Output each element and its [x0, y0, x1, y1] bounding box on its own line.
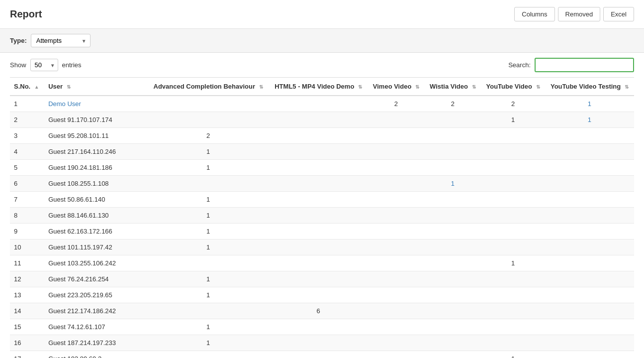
cell-html5 [269, 319, 368, 335]
cell-yt_testing [545, 224, 634, 239]
cell-html5 [269, 335, 368, 351]
cell-user: Guest 101.115.197.42 [44, 239, 147, 255]
cell-wistia [424, 112, 481, 128]
cell-wistia [424, 224, 481, 239]
cell-vimeo [368, 176, 424, 192]
entries-select-wrapper: 10 25 50 100 [30, 59, 58, 71]
cell-youtube [481, 287, 545, 303]
cell-vimeo [368, 271, 424, 287]
cell-yt_testing: 1 [545, 112, 634, 128]
search-input[interactable] [535, 58, 634, 72]
entries-select[interactable]: 10 25 50 100 [30, 59, 58, 71]
cell-yt_testing [545, 128, 634, 144]
cell-wistia [424, 208, 481, 224]
cell-html5 [269, 208, 368, 224]
cell-wistia [424, 271, 481, 287]
col-header-vimeo[interactable]: Vimeo Video ⇅ [368, 78, 424, 96]
header: Report Columns Removed Excel [0, 0, 644, 29]
col-header-youtube[interactable]: YouTube Video ⇅ [481, 78, 545, 96]
cell-vimeo [368, 144, 424, 160]
cell-html5 [269, 255, 368, 271]
cell-user: Guest 50.86.61.140 [44, 192, 147, 208]
cell-yt_testing [545, 160, 634, 176]
cell-user: Guest 62.163.172.166 [44, 224, 147, 239]
cell-vimeo [368, 335, 424, 351]
page-title: Report [10, 8, 42, 20]
cell-wistia [424, 335, 481, 351]
cell-acb: 2 [147, 128, 269, 144]
cell-acb: 1 [147, 239, 269, 255]
col-header-sno[interactable]: S.No. ▲ [10, 78, 44, 96]
cell-sno: 6 [10, 176, 44, 192]
cell-user: Guest 190.24.181.186 [44, 160, 147, 176]
cell-acb: 1 [147, 160, 269, 176]
cell-user: Guest 91.170.107.174 [44, 112, 147, 128]
cell-youtube [481, 239, 545, 255]
cell-acb: 1 [147, 192, 269, 208]
cell-user: Guest 108.255.1.108 [44, 176, 147, 192]
cell-acb: 1 [147, 208, 269, 224]
cell-acb [147, 255, 269, 271]
excel-button[interactable]: Excel [603, 7, 634, 21]
cell-acb [147, 96, 269, 112]
cell-html5 [269, 176, 368, 192]
cell-vimeo [368, 319, 424, 335]
cell-sno: 15 [10, 319, 44, 335]
link-wistia[interactable]: 1 [451, 180, 455, 187]
link-yt_testing[interactable]: 1 [588, 100, 591, 108]
table-row: 6Guest 108.255.1.1081 [10, 176, 634, 192]
cell-youtube [481, 271, 545, 287]
table-row: 3Guest 95.208.101.112 [10, 128, 634, 144]
table-row: 14Guest 212.174.186.2426 [10, 303, 634, 319]
table-row: 15Guest 74.12.61.1071 [10, 319, 634, 335]
youtube-sort-icon: ⇅ [536, 84, 540, 90]
cell-wistia [424, 239, 481, 255]
cell-yt_testing [545, 192, 634, 208]
type-select[interactable]: Attempts [31, 34, 91, 47]
cell-sno: 7 [10, 192, 44, 208]
cell-vimeo [368, 112, 424, 128]
cell-youtube [481, 319, 545, 335]
table-row: 1Demo User2221 [10, 96, 634, 112]
cell-html5 [269, 96, 368, 112]
cell-acb: 1 [147, 144, 269, 160]
cell-user: Guest 223.205.219.65 [44, 287, 147, 303]
cell-html5: 6 [269, 303, 368, 319]
cell-user: Guest 88.146.61.130 [44, 208, 147, 224]
table-row: 2Guest 91.170.107.17411 [10, 112, 634, 128]
cell-sno: 9 [10, 224, 44, 239]
table-row: 17Guest 103.89.60.21 [10, 351, 634, 358]
cell-yt_testing [545, 287, 634, 303]
cell-youtube [481, 160, 545, 176]
cell-youtube [481, 208, 545, 224]
link-yt_testing[interactable]: 1 [588, 116, 591, 123]
cell-wistia [424, 192, 481, 208]
wistia-sort-icon: ⇅ [472, 84, 476, 90]
cell-user: Guest 187.214.197.233 [44, 335, 147, 351]
cell-wistia [424, 319, 481, 335]
table-row: 16Guest 187.214.197.2331 [10, 335, 634, 351]
acb-sort-icon: ⇅ [259, 84, 263, 90]
removed-button[interactable]: Removed [558, 7, 601, 21]
col-header-wistia[interactable]: Wistia Video ⇅ [424, 78, 481, 96]
link-user[interactable]: Demo User [48, 100, 81, 108]
cell-acb: 1 [147, 224, 269, 239]
cell-wistia [424, 128, 481, 144]
cell-user: Guest 76.24.216.254 [44, 271, 147, 287]
col-header-user[interactable]: User ⇅ [44, 78, 147, 96]
cell-yt_testing [545, 319, 634, 335]
cell-user: Guest 103.89.60.2 [44, 351, 147, 358]
columns-button[interactable]: Columns [514, 7, 554, 21]
cell-wistia [424, 255, 481, 271]
type-label: Type: [10, 37, 27, 44]
cell-sno: 12 [10, 271, 44, 287]
col-header-html5[interactable]: HTML5 - MP4 Video Demo ⇅ [269, 78, 368, 96]
cell-wistia [424, 287, 481, 303]
col-header-acb[interactable]: Advanced Completion Behaviour ⇅ [147, 78, 269, 96]
cell-youtube [481, 176, 545, 192]
table-row: 7Guest 50.86.61.1401 [10, 192, 634, 208]
cell-html5 [269, 351, 368, 358]
table-row: 10Guest 101.115.197.421 [10, 239, 634, 255]
table-row: 9Guest 62.163.172.1661 [10, 224, 634, 239]
col-header-yt-testing[interactable]: YouTube Video Testing ⇅ [545, 78, 634, 96]
